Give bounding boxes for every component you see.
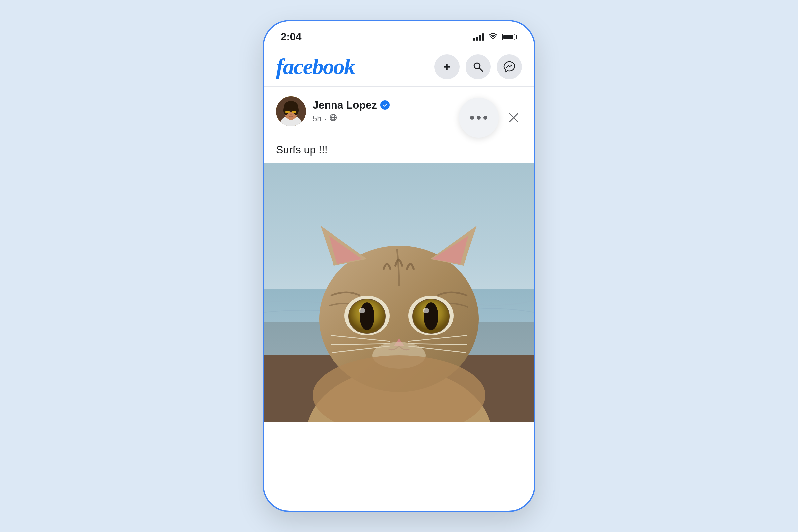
- svg-point-13: [290, 114, 292, 115]
- verified-badge: [380, 100, 390, 110]
- post-user-info: Jenna Lopez 5h ·: [276, 96, 390, 126]
- post-header: Jenna Lopez 5h ·: [276, 96, 522, 138]
- post-container: Jenna Lopez 5h ·: [264, 87, 534, 156]
- cat-photo: [264, 163, 534, 422]
- facebook-logo: facebook: [276, 54, 355, 80]
- user-name-row: Jenna Lopez: [312, 99, 390, 111]
- status-bar: 2:04: [264, 21, 534, 48]
- svg-rect-10: [285, 111, 290, 113]
- time-ago: 5h: [312, 114, 322, 124]
- svg-point-8: [283, 106, 289, 115]
- plus-icon: +: [443, 61, 450, 73]
- close-icon: [507, 110, 521, 125]
- search-icon: [472, 61, 484, 73]
- more-options-button[interactable]: [459, 98, 499, 138]
- signal-icon: [473, 33, 484, 41]
- status-icons: [473, 32, 517, 41]
- header-actions: +: [434, 54, 522, 79]
- svg-point-0: [492, 38, 494, 39]
- post-meta: 5h ·: [312, 113, 390, 124]
- svg-point-35: [359, 308, 365, 313]
- user-name: Jenna Lopez: [312, 99, 377, 111]
- svg-point-36: [423, 308, 429, 313]
- search-button[interactable]: [466, 54, 491, 79]
- messenger-button[interactable]: [497, 54, 522, 79]
- phone-wrapper: 2:04: [263, 20, 535, 512]
- svg-line-2: [479, 68, 483, 72]
- dot-separator: ·: [324, 114, 326, 124]
- avatar[interactable]: [276, 96, 306, 126]
- svg-point-34: [424, 302, 438, 330]
- wifi-icon: [488, 32, 498, 41]
- post-image: [264, 163, 534, 422]
- svg-point-33: [360, 302, 374, 330]
- post-actions: [459, 98, 522, 138]
- svg-point-9: [293, 106, 299, 115]
- user-details: Jenna Lopez 5h ·: [312, 99, 390, 124]
- globe-icon: [329, 113, 338, 124]
- svg-rect-11: [292, 111, 296, 113]
- messenger-icon: [503, 60, 516, 73]
- post-text: Surfs up !!!: [276, 144, 522, 156]
- avatar-image: [276, 96, 306, 126]
- close-button[interactable]: [506, 109, 522, 126]
- fb-header: facebook +: [264, 48, 534, 87]
- battery-icon: [502, 34, 517, 40]
- add-button[interactable]: +: [434, 54, 459, 79]
- phone-frame: 2:04: [263, 20, 535, 512]
- status-time: 2:04: [281, 31, 301, 43]
- dots-icon: [470, 116, 488, 120]
